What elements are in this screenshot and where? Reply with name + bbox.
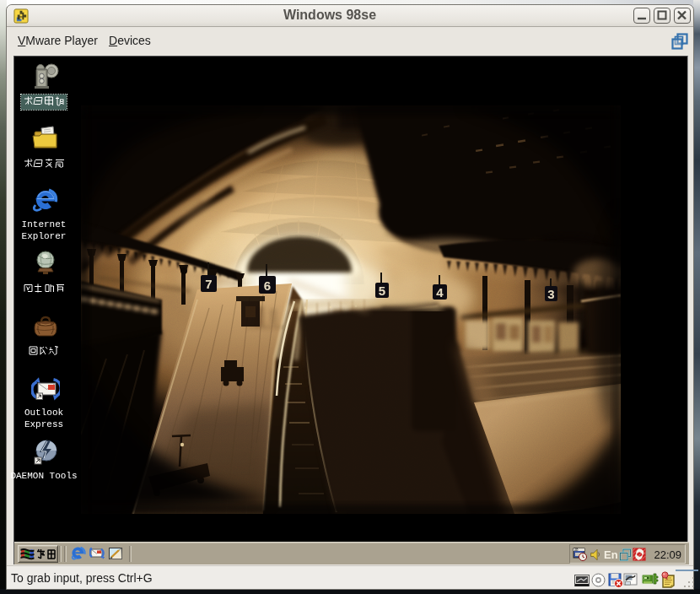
svg-text:38: 38	[574, 548, 579, 552]
